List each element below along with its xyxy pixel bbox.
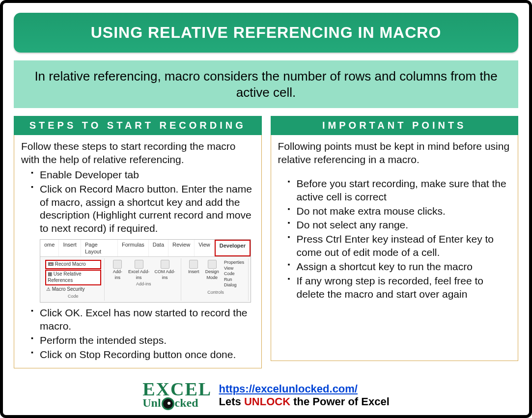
group-label: Controls: [207, 290, 224, 296]
ribbon-tab: Formulas: [118, 240, 149, 256]
list-item: Click on Stop Recording button once done…: [31, 348, 254, 362]
ribbon-tab: Review: [168, 240, 195, 256]
insert-control-button: Insert: [186, 259, 201, 289]
design-mode-button: Design Mode: [201, 259, 223, 289]
footer: EXCEL Unlcked https://excelunlocked.com/…: [3, 381, 529, 410]
list-item: Enable Developer tab: [31, 168, 254, 182]
title-banner: USING RELATIVE REFERENCING IN MACRO: [14, 13, 518, 53]
right-list: Before you start recording, make sure th…: [278, 177, 511, 301]
footer-url[interactable]: https://excelunlocked.com/: [219, 383, 358, 395]
ribbon-tab: ome: [40, 240, 59, 256]
com-addins-button: COM Add-ins: [152, 259, 178, 280]
ribbon-tab: View: [195, 240, 215, 256]
left-lead: Follow these steps to start recording th…: [21, 140, 254, 167]
macro-security: ⚠ Macro Security: [45, 286, 101, 293]
addins-button: Add-ins: [110, 259, 126, 280]
list-item: Assign a shortcut key to run the macro: [288, 260, 511, 274]
right-header: IMPORTANT POINTS: [271, 116, 519, 135]
left-column: STEPS TO START RECORDING Follow these st…: [14, 116, 262, 368]
ribbon-tab: Insert: [59, 240, 81, 256]
list-item: Press Ctrl Enter key instead of Enter ke…: [288, 233, 511, 259]
left-list-pre: Enable Developer tab Click on Record Mac…: [21, 168, 254, 235]
gear-icon: [135, 260, 143, 269]
view-code-item: View Code: [224, 266, 244, 277]
use-relative-references-button: ▦ Use Relative References: [45, 270, 101, 285]
ribbon-tab-developer: Developer: [215, 240, 251, 256]
list-item: Do not select any range.: [288, 219, 511, 232]
ribbon-group-code: 📼 Record Macro ▦ Use Relative References…: [42, 258, 105, 301]
logo-top-text: EXCEL: [142, 381, 212, 397]
logo-bot-pre: Unl: [142, 396, 161, 409]
design-icon: [208, 260, 217, 269]
run-dialog-item: Run Dialog: [224, 277, 244, 288]
excel-addins-button: Excel Add-ins: [126, 259, 152, 280]
left-list-post: Click OK. Excel has now started to recor…: [21, 307, 254, 362]
left-body: Follow these steps to start recording th…: [14, 135, 262, 368]
footer-tagline: Lets UNLOCK the Power of Excel: [219, 395, 390, 408]
list-item: Click OK. Excel has now started to recor…: [31, 307, 254, 333]
ribbon-body: 📼 Record Macro ▦ Use Relative References…: [40, 257, 251, 302]
gear-icon: [113, 260, 122, 269]
ribbon-group-controls: Insert Design Mode Properties View Code …: [183, 258, 249, 301]
insert-icon: [189, 260, 198, 269]
right-column: IMPORTANT POINTS Following points must b…: [271, 116, 519, 368]
list-item: Click on Record Macro button. Enter the …: [31, 183, 254, 236]
list-item: Do not make extra mouse clicks.: [288, 205, 511, 218]
gear-icon: [161, 260, 169, 269]
excel-ribbon-screenshot: ome Insert Page Layout Formulas Data Rev…: [40, 239, 251, 303]
keyhole-icon: [162, 397, 174, 410]
group-label: Add-ins: [136, 281, 151, 287]
record-macro-button: 📼 Record Macro: [45, 260, 101, 269]
ribbon-tab: Data: [149, 240, 168, 256]
footer-logo: EXCEL Unlcked: [142, 381, 212, 410]
right-body: Following points must be kept in mind be…: [271, 135, 519, 361]
intro-text: In relative referencing, macro considers…: [34, 69, 497, 100]
logo-bot-post: cked: [175, 396, 198, 409]
right-lead: Following points must be kept in mind be…: [278, 140, 511, 167]
columns: STEPS TO START RECORDING Follow these st…: [14, 116, 518, 368]
list-item: Perform the intended steps.: [31, 334, 254, 347]
list-item: If any wrong step is recorded, feel free…: [288, 275, 511, 301]
properties-item: Properties: [224, 260, 244, 266]
ribbon-tab: Page Layout: [81, 240, 118, 256]
list-item: Before you start recording, make sure th…: [288, 177, 511, 204]
page-title: USING RELATIVE REFERENCING IN MACRO: [91, 24, 442, 41]
footer-text: https://excelunlocked.com/ Lets UNLOCK t…: [219, 383, 390, 408]
intro-box: In relative referencing, macro considers…: [14, 60, 518, 108]
ribbon-tabs: ome Insert Page Layout Formulas Data Rev…: [40, 240, 251, 257]
left-header: STEPS TO START RECORDING: [14, 116, 262, 135]
ribbon-group-addins: Add-ins Excel Add-ins COM Add-ins Add-in…: [107, 258, 181, 301]
document-frame: USING RELATIVE REFERENCING IN MACRO In r…: [0, 0, 532, 418]
group-label: Code: [45, 294, 101, 300]
